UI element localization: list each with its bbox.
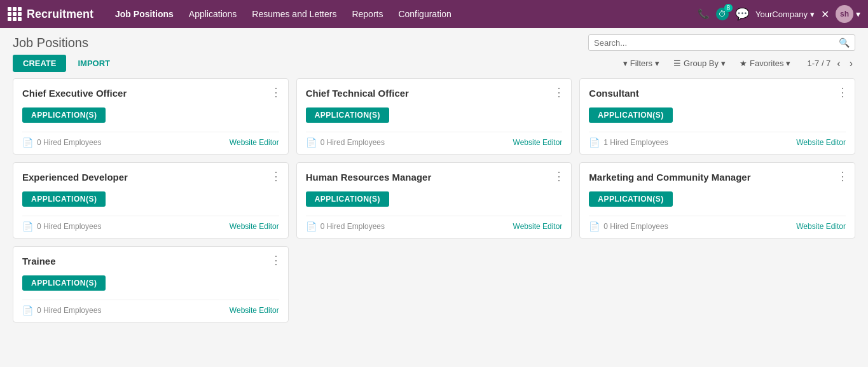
nav-resumes-letters[interactable]: Resumes and Letters [245,6,343,22]
card-0-menu-button[interactable]: ⋮ [270,87,282,98]
card-6: Trainee ⋮ APPLICATION(S) 📄 0 Hired Emplo… [13,246,289,322]
doc-icon-1: 📄 [306,137,317,148]
card-1-footer: 📄 0 Hired Employees Website Editor [306,132,563,148]
favorites-chevron: ▾ [786,59,790,68]
card-6-hired: 0 Hired Employees [37,306,101,315]
card-0-hired: 0 Hired Employees [37,138,101,147]
card-5: Marketing and Community Manager ⋮ APPLIC… [579,162,855,239]
card-6-menu-button[interactable]: ⋮ [270,254,282,266]
card-4-footer: 📄 0 Hired Employees Website Editor [306,216,563,232]
filters-button[interactable]: ▾ Filters ▾ [618,57,665,70]
card-5-title: Marketing and Community Manager [589,172,846,183]
card-1-website-editor[interactable]: Website Editor [513,138,563,147]
chevron-down-icon-user: ▾ [856,9,860,19]
groupby-button[interactable]: ☰ Group By ▾ [668,57,731,70]
card-6-website-editor[interactable]: Website Editor [230,306,279,315]
card-2-website-editor[interactable]: Website Editor [796,138,846,147]
card-3-applications-button[interactable]: APPLICATION(S) [22,191,106,207]
card-1-menu-button[interactable]: ⋮ [553,87,565,98]
prev-page-button[interactable]: ‹ [834,57,843,71]
content-wrapper: Job Positions 🔍 CREATE IMPORT ▾ Filters … [0,28,868,335]
groupby-icon: ☰ [673,59,681,68]
star-icon: ★ [740,59,747,68]
app-logo[interactable]: Recruitment [8,7,93,21]
card-5-applications-button[interactable]: APPLICATION(S) [589,191,672,207]
doc-icon-4: 📄 [306,221,317,232]
card-3-menu-button[interactable]: ⋮ [270,170,282,182]
card-4-menu-button[interactable]: ⋮ [553,170,565,182]
nav-applications[interactable]: Applications [183,6,244,22]
notification-badge: 8 [724,4,733,12]
avatar: sh [836,5,853,23]
card-2-title: Consultant [589,88,846,99]
card-2-hired: 1 Hired Employees [603,138,668,147]
card-3-hired: 0 Hired Employees [37,222,101,231]
card-6-footer-left: 📄 0 Hired Employees [22,305,101,315]
doc-icon-0: 📄 [22,137,33,148]
card-2-applications-button[interactable]: APPLICATION(S) [589,107,672,123]
favorites-button[interactable]: ★ Favorites ▾ [734,57,796,70]
doc-icon-2: 📄 [589,137,600,148]
topbar-right: 📞 ⏱ 8 💬 YourCompany ▾ ✕ sh ▾ [698,5,860,23]
filter-icon: ▾ [623,59,628,68]
card-0: Chief Executive Officer ⋮ APPLICATION(S)… [13,78,289,155]
create-button[interactable]: CREATE [13,55,66,72]
import-button[interactable]: IMPORT [71,55,116,72]
card-6-title: Trainee [22,256,279,267]
card-2-menu-button[interactable]: ⋮ [837,87,848,98]
doc-icon-6: 📄 [22,305,33,315]
close-icon[interactable]: ✕ [821,8,829,20]
card-5-footer-left: 📄 0 Hired Employees [589,221,668,232]
phone-icon[interactable]: 📞 [698,8,710,20]
company-selector[interactable]: YourCompany ▾ [755,10,815,19]
card-1-applications-button[interactable]: APPLICATION(S) [306,107,389,123]
nav-job-positions[interactable]: Job Positions [109,6,180,22]
card-0-footer-left: 📄 0 Hired Employees [22,137,101,148]
app-title: Recruitment [27,8,93,21]
card-5-menu-button[interactable]: ⋮ [837,170,848,182]
card-6-applications-button[interactable]: APPLICATION(S) [22,275,106,291]
card-2-footer: 📄 1 Hired Employees Website Editor [589,132,846,148]
search-bar: 🔍 [588,34,855,51]
card-1: Chief Technical Officer ⋮ APPLICATION(S)… [296,78,572,155]
card-3-title: Experienced Developer [22,172,279,183]
card-4-website-editor[interactable]: Website Editor [513,222,563,231]
card-0-title: Chief Executive Officer [22,88,279,99]
user-menu[interactable]: sh ▾ [836,5,860,23]
card-0-website-editor[interactable]: Website Editor [230,138,279,147]
nav-reports[interactable]: Reports [345,6,389,22]
card-3-website-editor[interactable]: Website Editor [230,222,279,231]
card-3-footer: 📄 0 Hired Employees Website Editor [22,216,279,232]
card-0-applications-button[interactable]: APPLICATION(S) [22,107,106,123]
card-5-website-editor[interactable]: Website Editor [796,222,846,231]
groupby-chevron: ▾ [721,59,726,68]
card-3: Experienced Developer ⋮ APPLICATION(S) 📄… [13,162,289,239]
filters-chevron: ▾ [655,59,659,68]
card-3-footer-left: 📄 0 Hired Employees [22,221,101,232]
top-nav: Job Positions Applications Resumes and L… [109,6,458,22]
cards-grid: Chief Executive Officer ⋮ APPLICATION(S)… [13,78,855,322]
chevron-down-icon: ▾ [810,10,815,19]
card-4-hired: 0 Hired Employees [320,222,385,231]
card-6-footer: 📄 0 Hired Employees Website Editor [22,300,279,315]
card-5-hired: 0 Hired Employees [603,222,668,231]
card-4: Human Resources Manager ⋮ APPLICATION(S)… [296,162,572,239]
next-page-button[interactable]: › [847,57,855,71]
chat-icon[interactable]: 💬 [735,7,749,21]
card-1-footer-left: 📄 0 Hired Employees [306,137,385,148]
page-title: Job Positions [13,36,88,50]
card-5-footer: 📄 0 Hired Employees Website Editor [589,216,846,232]
cards-container: Chief Executive Officer ⋮ APPLICATION(S)… [0,78,868,335]
card-0-footer: 📄 0 Hired Employees Website Editor [22,132,279,148]
search-icon[interactable]: 🔍 [839,38,850,48]
doc-icon-3: 📄 [22,221,33,232]
search-input[interactable] [594,38,839,48]
toolbar-right: ▾ Filters ▾ ☰ Group By ▾ ★ Favorites ▾ 1… [618,57,855,71]
card-4-footer-left: 📄 0 Hired Employees [306,221,385,232]
nav-configuration[interactable]: Configuration [392,6,457,22]
timer-icon[interactable]: ⏱ 8 [716,8,729,20]
grid-icon[interactable] [8,7,22,21]
card-1-hired: 0 Hired Employees [320,138,385,147]
card-4-applications-button[interactable]: APPLICATION(S) [306,191,389,207]
toolbar-left: CREATE IMPORT [13,55,116,72]
